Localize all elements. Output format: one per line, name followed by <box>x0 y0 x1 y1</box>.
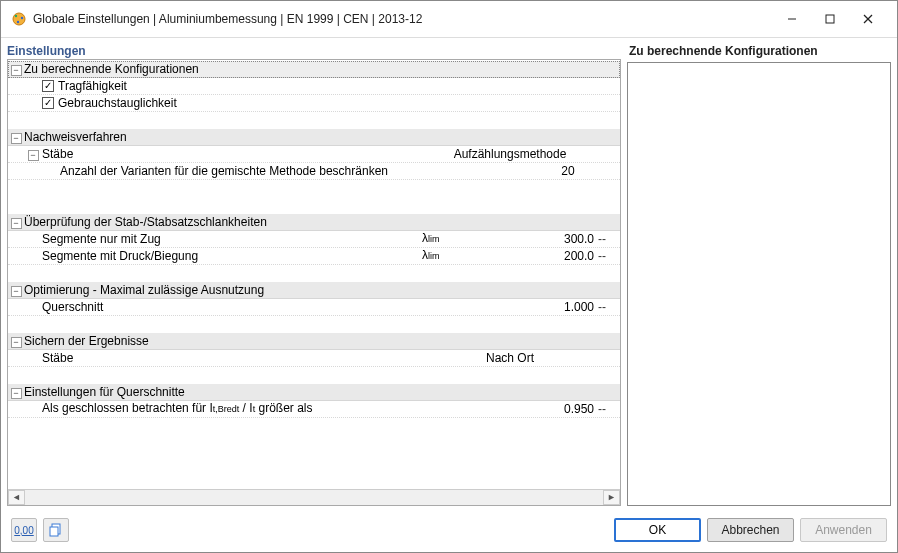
row-limit-variants[interactable]: Anzahl der Varianten für die gemischte M… <box>8 163 620 180</box>
unit-tension: -- <box>598 231 620 248</box>
collapse-icon[interactable]: − <box>11 218 22 229</box>
unit-cs-opt: -- <box>598 299 620 316</box>
spacer-row <box>8 197 620 214</box>
section-method[interactable]: − Nachweisverfahren <box>8 129 620 146</box>
spacer-row <box>8 180 620 197</box>
value-save-bars[interactable]: Nach Ort <box>422 350 598 367</box>
value-bars-method[interactable]: Aufzählungsmethode <box>422 146 598 163</box>
section-save[interactable]: − Sichern der Ergebnisse <box>8 333 620 350</box>
app-icon <box>11 11 27 27</box>
spacer-row <box>8 367 620 384</box>
window-title: Globale Einstellungen | Aluminiumbemessu… <box>33 12 773 26</box>
minimize-button[interactable] <box>773 7 811 31</box>
label-service: Gebrauchstauglichkeit <box>58 95 422 112</box>
spacer-row <box>8 265 620 282</box>
label-cs-opt: Querschnitt <box>42 299 422 316</box>
label-closed: Als geschlossen betrachten für It,Bredt … <box>42 400 422 418</box>
row-save-bars[interactable]: Stäbe Nach Ort <box>8 350 620 367</box>
row-carry[interactable]: ✓ Tragfähigkeit <box>8 78 620 95</box>
label-bars: Stäbe <box>42 146 422 163</box>
collapse-icon[interactable]: − <box>28 150 39 161</box>
svg-rect-5 <box>826 15 834 23</box>
right-title: Zu berechnende Konfigurationen <box>627 44 891 62</box>
collapse-icon[interactable]: − <box>11 286 22 297</box>
collapse-icon[interactable]: − <box>11 337 22 348</box>
checkbox-carry[interactable]: ✓ <box>42 80 54 92</box>
spacer-row <box>8 112 620 129</box>
copy-button[interactable] <box>43 518 69 542</box>
row-bars[interactable]: − Stäbe Aufzählungsmethode <box>8 146 620 163</box>
copy-icon <box>49 523 63 537</box>
units-button[interactable]: 0,00 <box>11 518 37 542</box>
collapse-icon[interactable]: − <box>11 65 22 76</box>
settings-title: Einstellungen <box>7 44 621 59</box>
sym-bending: λlim <box>422 247 542 265</box>
unit-closed: -- <box>598 401 620 418</box>
settings-tree: − Zu berechnende Konfigurationen ✓ Tragf… <box>8 60 620 489</box>
bottom-bar: 0,00 OK Abbrechen Anwenden <box>1 512 897 552</box>
row-service[interactable]: ✓ Gebrauchstauglichkeit <box>8 95 620 112</box>
value-closed[interactable]: 0.950 <box>542 401 598 418</box>
section-method-label: Nachweisverfahren <box>24 129 422 146</box>
svg-point-3 <box>17 21 19 23</box>
section-save-label: Sichern der Ergebnisse <box>24 333 422 350</box>
scroll-left-icon[interactable]: ◄ <box>8 490 25 505</box>
label-limit-variants: Anzahl der Varianten für die gemischte M… <box>60 163 422 180</box>
horizontal-scrollbar[interactable]: ◄ ► <box>8 489 620 505</box>
label-tension: Segmente nur mit Zug <box>42 231 422 248</box>
ok-button[interactable]: OK <box>614 518 701 542</box>
section-configs[interactable]: − Zu berechnende Konfigurationen <box>8 61 620 78</box>
collapse-icon[interactable]: − <box>11 133 22 144</box>
row-tension[interactable]: Segmente nur mit Zug λlim 300.0 -- <box>8 231 620 248</box>
apply-button: Anwenden <box>800 518 887 542</box>
section-opt-label: Optimierung - Maximal zulässige Ausnutzu… <box>24 282 422 299</box>
sym-tension: λlim <box>422 230 542 248</box>
scroll-right-icon[interactable]: ► <box>603 490 620 505</box>
spacer-row <box>8 316 620 333</box>
section-cs[interactable]: − Einstellungen für Querschnitte <box>8 384 620 401</box>
value-cs-opt[interactable]: 1.000 <box>542 299 598 316</box>
label-carry: Tragfähigkeit <box>58 78 422 95</box>
cancel-button[interactable]: Abbrechen <box>707 518 794 542</box>
label-save-bars: Stäbe <box>42 350 422 367</box>
row-closed[interactable]: Als geschlossen betrachten für It,Bredt … <box>8 401 620 418</box>
value-limit-variants[interactable]: 20 <box>542 163 598 180</box>
section-slender-label: Überprüfung der Stab-/Stabsatzschlankhei… <box>24 214 422 231</box>
checkbox-service[interactable]: ✓ <box>42 97 54 109</box>
right-panel <box>627 62 891 506</box>
value-tension[interactable]: 300.0 <box>542 231 598 248</box>
maximize-button[interactable] <box>811 7 849 31</box>
svg-point-0 <box>13 13 25 25</box>
svg-point-1 <box>15 15 17 17</box>
section-cs-label: Einstellungen für Querschnitte <box>24 384 422 401</box>
label-bending: Segmente mit Druck/Biegung <box>42 248 422 265</box>
section-slender[interactable]: − Überprüfung der Stab-/Stabsatzschlankh… <box>8 214 620 231</box>
unit-bending: -- <box>598 248 620 265</box>
close-button[interactable] <box>849 7 887 31</box>
row-bending[interactable]: Segmente mit Druck/Biegung λlim 200.0 -- <box>8 248 620 265</box>
section-opt[interactable]: − Optimierung - Maximal zulässige Ausnut… <box>8 282 620 299</box>
collapse-icon[interactable]: − <box>11 388 22 399</box>
value-bending[interactable]: 200.0 <box>542 248 598 265</box>
row-cs-opt[interactable]: Querschnitt 1.000 -- <box>8 299 620 316</box>
titlebar: Globale Einstellungen | Aluminiumbemessu… <box>1 1 897 38</box>
svg-rect-9 <box>50 527 58 536</box>
svg-point-2 <box>21 17 23 19</box>
section-configs-label: Zu berechnende Konfigurationen <box>24 61 422 78</box>
